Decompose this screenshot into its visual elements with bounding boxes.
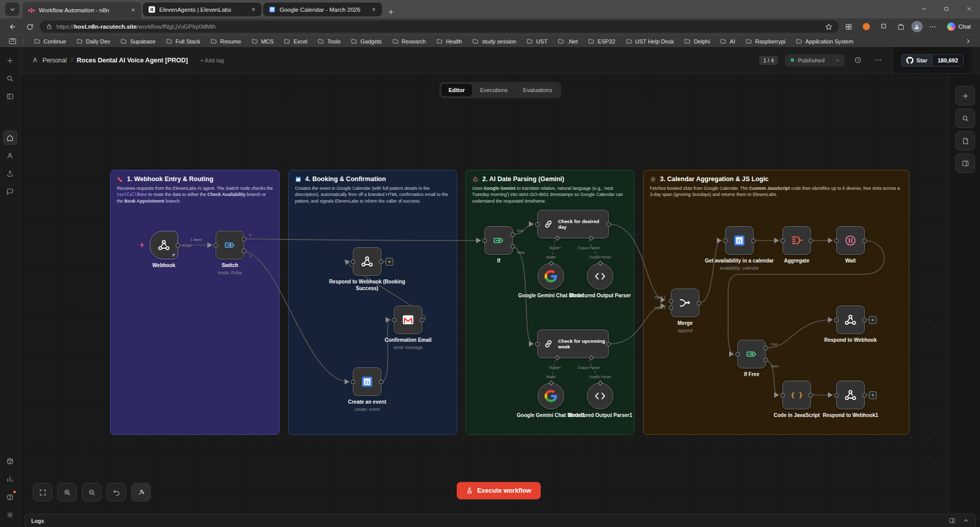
home-icon[interactable] [3, 130, 17, 145]
bookmark-item[interactable]: Supabase [116, 37, 160, 46]
bookmark-item[interactable]: Excel [279, 37, 312, 46]
fit-view-icon[interactable] [33, 483, 52, 501]
add-connection-button[interactable]: + [869, 316, 877, 324]
history-icon[interactable] [851, 54, 865, 67]
canvas-panel-icon[interactable] [955, 153, 975, 173]
execute-workflow-button[interactable]: Execute workflow [457, 482, 541, 499]
new-tab-button[interactable] [388, 9, 394, 15]
canvas-notes-icon[interactable] [955, 131, 975, 150]
node-gemini-model1[interactable]: Google Gemini Chat Model1 [538, 383, 564, 409]
node-if[interactable]: If [484, 226, 513, 255]
bookmark-item[interactable]: Continue [29, 37, 71, 46]
bookmark-item[interactable]: Gadgets [346, 37, 387, 46]
node-confirmation-email[interactable]: Confirmation Emailsend: message [394, 305, 422, 334]
more-options-icon[interactable] [872, 54, 885, 67]
node-gemini-model[interactable]: Google Gemini Chat Model [538, 263, 564, 290]
node-respond-webhook[interactable]: Respond to Webhook+ [836, 305, 865, 334]
close-icon[interactable] [957, 0, 980, 17]
search-icon[interactable] [3, 71, 17, 85]
publish-status-control[interactable]: Published [785, 54, 844, 67]
undo-icon[interactable] [106, 483, 126, 501]
node-check-desired[interactable]: Check for desired day [537, 210, 609, 238]
node-respond-booking[interactable]: Respond to Webhook (Booking Success)+ [353, 247, 381, 276]
canvas-add-icon[interactable] [955, 86, 975, 105]
tab-close-icon[interactable]: × [370, 6, 378, 13]
bookmark-item[interactable]: Research [388, 37, 431, 46]
expand-logs-chevron-icon[interactable] [963, 517, 969, 524]
user-icon[interactable] [3, 148, 17, 163]
node-merge[interactable]: Mergeappend [671, 289, 699, 317]
bookmark-item[interactable]: Daily Dev [72, 37, 115, 46]
open-logs-panel-icon[interactable] [949, 517, 955, 524]
canvas-search-icon[interactable] [955, 108, 975, 128]
tab-close-icon[interactable]: × [249, 6, 258, 13]
collections-icon[interactable] [894, 20, 908, 33]
bookmark-item[interactable]: Raspberrypi [741, 37, 790, 46]
node-aggregate[interactable]: Aggregate [782, 226, 811, 255]
bookmark-item[interactable]: Full Stack [161, 37, 205, 46]
bookmark-item[interactable]: Tools [313, 37, 345, 46]
node-switch[interactable]: Switchmode: Rules [216, 231, 244, 259]
workflow-title[interactable]: Roces Dental AI Voice Agent [PROD] [77, 57, 188, 64]
extension-icon[interactable] [859, 20, 874, 33]
add-connection-button[interactable]: + [386, 258, 393, 266]
node-output-parser1[interactable]: Structured Output Parser1 [587, 383, 613, 409]
bookmark-item[interactable]: ESP32 [583, 37, 620, 46]
bookmark-item[interactable]: Application System [791, 37, 858, 46]
add-connection-button[interactable]: + [869, 391, 877, 399]
breadcrumb-project[interactable]: Personal [42, 57, 67, 64]
bookmarks-sidebar-icon[interactable] [6, 37, 18, 46]
logs-panel[interactable]: Logs [25, 514, 976, 527]
bookmark-item[interactable]: Delphi [679, 37, 714, 46]
tab-editor[interactable]: Editor [441, 84, 472, 96]
chat-bubble-icon[interactable] [3, 184, 17, 199]
favorite-star-icon[interactable] [825, 23, 833, 31]
tab-search-chevron-icon[interactable] [5, 3, 19, 16]
bookmark-item[interactable]: AI [715, 37, 739, 46]
browser-menu-icon[interactable] [926, 20, 940, 33]
tab-close-icon[interactable]: × [129, 7, 137, 14]
group-g1[interactable]: 1. Webhook Entry & RoutingReceives reque… [110, 170, 280, 435]
refresh-icon[interactable] [23, 20, 37, 33]
node-webhook[interactable]: Webhook [150, 231, 178, 259]
copilot-chat-button[interactable]: Chat [943, 23, 975, 31]
zoom-in-icon[interactable] [57, 483, 77, 501]
profile-avatar[interactable] [911, 21, 923, 32]
panel-toggle-icon[interactable] [3, 89, 17, 103]
tab-executions[interactable]: Executions [473, 84, 515, 96]
node-wait[interactable]: Wait [836, 226, 865, 255]
browser-tab[interactable]: Workflow Automation - n8n× [23, 2, 141, 18]
node-output-parser[interactable]: Structured Output Parser [587, 263, 613, 290]
settings-gear-icon[interactable] [3, 508, 17, 522]
bookmark-item[interactable]: Health [432, 37, 467, 46]
back-icon[interactable] [5, 20, 19, 33]
bookmark-item[interactable]: UST Help Desk [621, 37, 679, 46]
tidy-up-icon[interactable] [131, 483, 151, 501]
browser-tab[interactable]: 31Google Calendar - March 2026× [263, 3, 382, 16]
bookmark-item[interactable]: MCS [247, 37, 278, 46]
add-tag-button[interactable]: + Add tag [200, 57, 224, 63]
github-star-widget[interactable]: Star 180,692 [892, 47, 972, 73]
tab-evaluations[interactable]: Evaluations [516, 84, 560, 96]
templates-icon[interactable] [3, 454, 17, 468]
node-create-event[interactable]: 31Create an eventcreate: event [353, 367, 381, 396]
add-workflow-icon[interactable] [3, 53, 17, 68]
address-bar[interactable]: https://host.n8n-racutech.site/workflow/… [40, 20, 839, 33]
node-get-availability[interactable]: 31Get availability in a calendaravailabi… [725, 226, 754, 255]
bookmarks-overflow-chevron-icon[interactable] [965, 38, 974, 44]
zoom-out-icon[interactable] [82, 483, 101, 501]
insights-icon[interactable] [3, 472, 17, 486]
browser-essentials-icon[interactable] [842, 20, 856, 33]
node-respond-webhook1[interactable]: Respond to Webhook1+ [836, 381, 865, 409]
node-code-js[interactable]: { }Code in JavaScript [782, 381, 811, 409]
bookmark-item[interactable]: UST [522, 37, 552, 46]
node-check-week[interactable]: Check for upcoming week [537, 330, 609, 358]
share-icon[interactable] [3, 166, 17, 181]
bookmark-item[interactable]: .Net [553, 37, 582, 46]
publish-chevron-icon[interactable] [830, 54, 844, 67]
bookmark-item[interactable]: Resume [206, 37, 246, 46]
browser-tab[interactable]: ElevenAgents | ElevenLabs× [143, 3, 262, 16]
maximize-icon[interactable] [935, 0, 957, 17]
puzzle-extensions-icon[interactable] [877, 20, 891, 33]
bookmark-item[interactable]: study session [467, 37, 521, 46]
